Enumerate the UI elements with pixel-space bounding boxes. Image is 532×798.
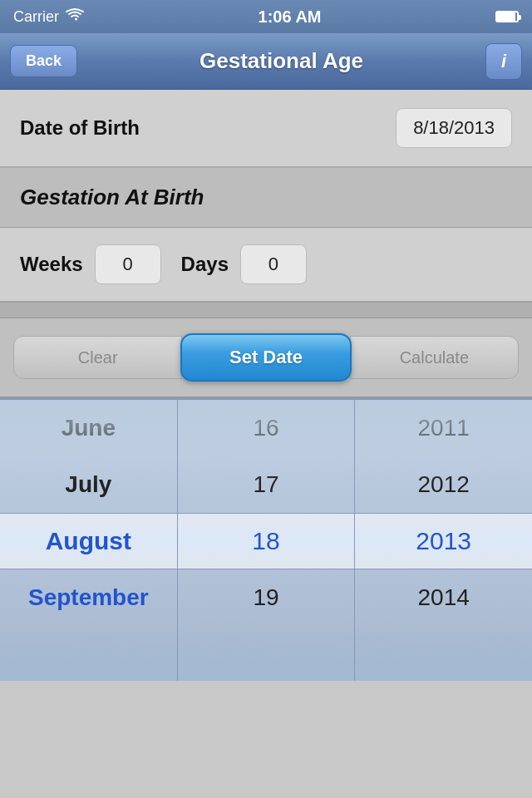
days-value[interactable]: 0 [240,244,307,284]
set-date-button[interactable]: Set Date [180,333,351,382]
weeks-days-row: Weeks 0 Days 0 [0,228,532,302]
status-time: 1:06 AM [259,7,322,27]
day-column[interactable]: 16 17 18 19 [178,400,356,681]
month-june[interactable]: June [0,400,177,456]
nav-bar: Back Gestational Age i [0,33,532,90]
month-column[interactable]: June July August September [0,400,178,681]
year-2013[interactable]: 2013 [355,513,532,569]
year-2011[interactable]: 2011 [355,400,532,456]
day-18[interactable]: 18 [178,513,355,569]
days-group: Days 0 [181,244,307,284]
calculate-button[interactable]: Calculate [350,336,519,379]
page-title: Gestational Age [200,48,363,74]
weeks-value[interactable]: 0 [95,244,161,284]
dob-value[interactable]: 8/18/2013 [396,108,512,148]
date-picker[interactable]: June July August September 16 17 18 19 2… [0,398,532,681]
carrier-label: Carrier [13,8,59,26]
battery-icon [495,11,519,22]
month-july[interactable]: July [0,456,177,513]
dob-label: Date of Birth [20,116,140,140]
button-row: Clear Set Date Calculate [0,318,532,398]
day-16[interactable]: 16 [178,400,355,456]
status-left: Carrier [13,8,84,26]
days-label: Days [181,253,229,276]
dob-row: Date of Birth 8/18/2013 [0,90,532,167]
status-bar: Carrier 1:06 AM [0,0,532,33]
divider [0,302,532,318]
info-button[interactable]: i [485,43,522,80]
month-august[interactable]: August [0,513,177,569]
year-2012[interactable]: 2012 [355,456,532,513]
back-button[interactable]: Back [10,45,77,77]
weeks-group: Weeks 0 [20,244,161,284]
content-area: Date of Birth 8/18/2013 Gestation At Bir… [0,90,532,681]
weeks-label: Weeks [20,253,83,276]
day-17[interactable]: 17 [178,456,355,513]
year-2014[interactable]: 2014 [355,569,532,626]
year-column[interactable]: 2011 2012 2013 2014 [355,400,532,681]
status-right [495,11,519,22]
wifi-icon [66,8,84,26]
clear-button[interactable]: Clear [13,336,182,379]
day-19[interactable]: 19 [178,569,355,626]
month-september[interactable]: September [0,569,177,626]
gestation-title: Gestation At Birth [20,185,204,209]
gestation-header: Gestation At Birth [0,167,532,228]
